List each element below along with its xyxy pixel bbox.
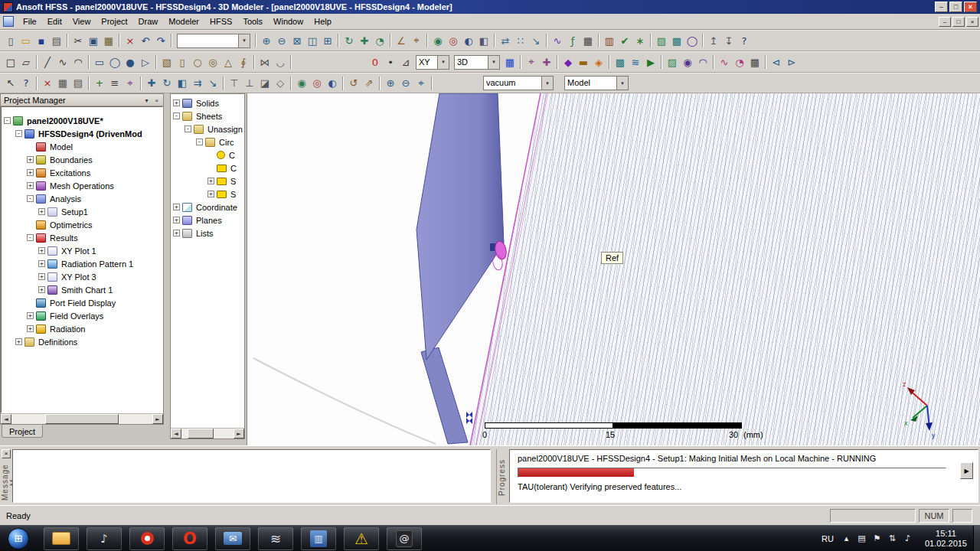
imprint-objects-icon[interactable]: ◐ bbox=[325, 76, 340, 91]
cut-icon[interactable]: ✂ bbox=[70, 33, 86, 48]
hide-show-icon[interactable]: ▤ bbox=[70, 76, 86, 91]
expand-icon[interactable]: + bbox=[173, 230, 180, 236]
move-translate-icon[interactable]: ✚ bbox=[144, 76, 159, 91]
menu-item-edit[interactable]: Edit bbox=[42, 15, 67, 29]
create-report-icon[interactable]: ∿ bbox=[717, 54, 732, 70]
wave-port-icon[interactable]: ∿ bbox=[550, 33, 565, 48]
context-help-icon[interactable]: ? bbox=[18, 76, 34, 91]
expand-icon[interactable]: + bbox=[173, 204, 180, 210]
menu-item-view[interactable]: View bbox=[67, 15, 96, 29]
expand-view-icon[interactable]: ⊕ bbox=[383, 76, 398, 91]
fit-selection-icon[interactable]: ⊞ bbox=[320, 33, 335, 48]
scrollbar-thumb[interactable] bbox=[188, 429, 214, 439]
dropdown-arrow-icon[interactable]: ▼ bbox=[437, 56, 449, 69]
3d-modeler-viewport[interactable]: z x y Ref 0 15 30 (mm) bbox=[247, 93, 980, 445]
analyze-icon[interactable]: ▶ bbox=[643, 54, 658, 70]
maximize-button[interactable]: □ bbox=[949, 2, 962, 12]
analyze-all-icon[interactable]: ∗ bbox=[632, 33, 648, 48]
menu-item-modeler[interactable]: Modeler bbox=[163, 15, 204, 29]
mirror-object-icon[interactable]: ◧ bbox=[175, 76, 190, 91]
working-cs-icon[interactable]: ⌖ bbox=[524, 54, 539, 70]
fit-all-icon[interactable]: ◫ bbox=[305, 33, 320, 48]
import-data-icon[interactable]: ↧ bbox=[721, 33, 737, 48]
alert-app-button[interactable]: ⚠ bbox=[344, 527, 379, 550]
scroll-left-icon[interactable]: ◄ bbox=[1, 414, 11, 424]
plane-select-combobox[interactable]: XY▼ bbox=[416, 55, 449, 70]
delete-objects-icon[interactable]: × bbox=[40, 76, 55, 91]
tree-item-port-field-display[interactable]: Port Field Display bbox=[2, 296, 162, 309]
save-tool-button[interactable]: ▥ bbox=[301, 527, 336, 550]
minimize-button[interactable]: – bbox=[935, 2, 948, 12]
scroll-left-icon[interactable]: ◄ bbox=[171, 429, 181, 439]
draw-line-icon[interactable]: ╱ bbox=[40, 54, 55, 70]
collapse-icon[interactable]: - bbox=[173, 112, 180, 119]
draw-cylinder-icon[interactable]: ▯ bbox=[175, 54, 190, 70]
draw-polygon-icon[interactable]: ▷ bbox=[138, 54, 153, 70]
sweep-around-axis-icon[interactable]: ↺ bbox=[346, 76, 361, 91]
volume-indicator[interactable]: ♪ bbox=[903, 533, 913, 543]
expand-icon[interactable]: + bbox=[38, 208, 45, 215]
tree-item-unassign[interactable]: -Unassign bbox=[171, 122, 244, 135]
mdi-restore-button[interactable]: □ bbox=[952, 17, 965, 27]
material-select-combobox[interactable]: vacuum▼ bbox=[483, 76, 554, 90]
menu-item-hfss[interactable]: HFSS bbox=[204, 15, 237, 29]
pan-view-icon[interactable]: ✚ bbox=[357, 33, 372, 48]
sweep-along-vector-icon[interactable]: ⇗ bbox=[361, 76, 377, 91]
close-button[interactable]: × bbox=[964, 2, 977, 12]
relative-cs-icon[interactable]: ✚ bbox=[539, 54, 554, 70]
menu-item-help[interactable]: Help bbox=[309, 15, 337, 29]
selection-combobox[interactable]: ▼ bbox=[177, 34, 250, 48]
tree-item-model[interactable]: Model bbox=[2, 140, 162, 153]
tree-item-xy-plot-3[interactable]: +XY Plot 3 bbox=[2, 270, 162, 283]
fields-overlay-icon[interactable]: ▨ bbox=[654, 33, 669, 48]
mdi-close-button[interactable]: × bbox=[966, 17, 978, 27]
expand-icon[interactable]: + bbox=[173, 217, 180, 223]
expand-icon[interactable]: + bbox=[27, 325, 34, 332]
tree-item-boundaries[interactable]: +Boundaries bbox=[2, 153, 162, 166]
menu-item-project[interactable]: Project bbox=[96, 15, 132, 29]
unite-objects-icon[interactable]: ◉ bbox=[294, 76, 309, 91]
action-center-flag[interactable]: ⚑ bbox=[872, 533, 882, 543]
dropdown-arrow-icon[interactable]: ▼ bbox=[616, 77, 628, 90]
opera-browser-button[interactable]: O bbox=[172, 527, 207, 550]
modeler-window-button[interactable]: ≋ bbox=[258, 527, 293, 550]
print-icon[interactable]: ▤ bbox=[49, 33, 64, 48]
next-view-icon[interactable]: ⊳ bbox=[784, 54, 799, 70]
antenna-parameters-icon[interactable]: ◠ bbox=[695, 54, 710, 70]
assign-boundary-icon[interactable]: ▬ bbox=[576, 54, 591, 70]
far-field-setup-icon[interactable]: ◉ bbox=[680, 54, 695, 70]
draw-arc-icon[interactable]: ◠ bbox=[70, 54, 86, 70]
zoom-window-icon[interactable]: ⊠ bbox=[289, 33, 305, 48]
paste-icon[interactable]: ▦ bbox=[101, 33, 116, 48]
tree-item-analysis[interactable]: -Analysis bbox=[2, 192, 162, 205]
save-icon[interactable]: ▪ bbox=[34, 33, 49, 48]
expand-icon[interactable]: + bbox=[38, 273, 45, 280]
rotate-object-icon[interactable]: ↻ bbox=[159, 76, 175, 91]
tree-item-results[interactable]: -Results bbox=[2, 231, 162, 244]
expand-icon[interactable]: + bbox=[27, 182, 34, 189]
expand-icon[interactable]: + bbox=[207, 178, 214, 184]
boolean-intersect-icon[interactable]: ◐ bbox=[461, 33, 476, 48]
mdi-minimize-button[interactable]: – bbox=[939, 17, 951, 27]
network-indicator[interactable]: ⇅ bbox=[887, 533, 897, 543]
boolean-subtract-icon[interactable]: ◎ bbox=[446, 33, 461, 48]
collapse-icon[interactable]: - bbox=[4, 117, 11, 124]
smith-chart-tool-icon[interactable]: ◔ bbox=[732, 54, 747, 70]
section-cut-icon[interactable]: ◪ bbox=[257, 76, 273, 91]
tree-item-solids[interactable]: +Solids bbox=[171, 96, 244, 109]
tree-item-circ[interactable]: -Circ bbox=[171, 135, 244, 148]
menu-item-file[interactable]: File bbox=[18, 15, 42, 29]
taskbar-clock[interactable]: 15:11 01.02.2015 bbox=[925, 529, 967, 549]
previous-view-icon[interactable]: ⊲ bbox=[769, 54, 784, 70]
wireframe-view-icon[interactable]: ◇ bbox=[273, 76, 288, 91]
message-close-icon[interactable]: × bbox=[2, 449, 11, 458]
copy-icon[interactable]: ▣ bbox=[86, 33, 101, 48]
validate-design-icon[interactable]: ✔ bbox=[617, 33, 632, 48]
tree-item-hfssdesign4-drivenmod[interactable]: -HFSSDesign4 (DrivenMod bbox=[2, 127, 162, 140]
snap-origin-icon[interactable]: 0 bbox=[368, 54, 383, 70]
collapse-icon[interactable]: - bbox=[185, 126, 191, 132]
measure-position-icon[interactable]: ⌖ bbox=[409, 33, 424, 48]
snap-point-icon[interactable]: • bbox=[383, 54, 398, 70]
measure-distance-icon[interactable]: ∠ bbox=[394, 33, 409, 48]
expand-icon[interactable]: + bbox=[27, 169, 34, 176]
